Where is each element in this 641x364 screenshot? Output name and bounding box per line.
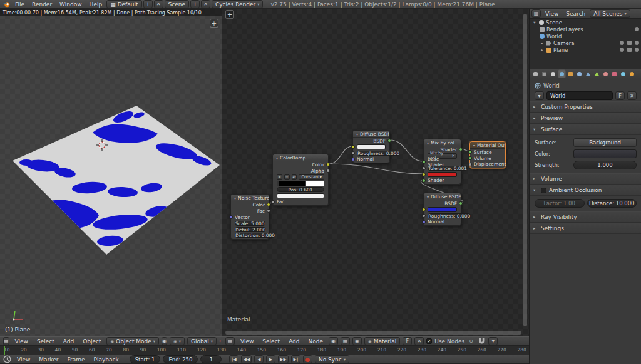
tab-particles[interactable]: [619, 69, 627, 78]
collapse-icon[interactable]: ▾: [427, 141, 429, 145]
node-header[interactable]: ▾ Diffuse BSDF: [353, 131, 389, 138]
tolerance-slider[interactable]: Tolerance: 0.001: [428, 166, 468, 171]
compositing-nodes-icon[interactable]: ▦: [341, 337, 350, 345]
node-header[interactable]: ▾ Noise Texture: [231, 195, 269, 201]
disclosure-icon[interactable]: ▸: [540, 41, 545, 46]
open-toolshelf-button[interactable]: +: [225, 10, 234, 19]
menu-file[interactable]: File: [12, 1, 28, 8]
socket-roughness-input[interactable]: [351, 151, 355, 155]
current-frame-field[interactable]: 1: [200, 355, 222, 363]
node-colorramp[interactable]: ▾ ColorRamp Color Alpha + − ⇄ Constant ▾: [272, 154, 329, 206]
world-name-field[interactable]: World: [546, 91, 613, 100]
socket-bsdf-output[interactable]: [387, 139, 391, 143]
ambient-occlusion-checkbox[interactable]: [541, 188, 546, 193]
transform-orientation-selector[interactable]: Global ▾: [187, 337, 217, 345]
menu-render[interactable]: Render: [29, 1, 55, 8]
tab-modifiers[interactable]: [584, 69, 592, 78]
material-datablock-selector[interactable]: ◉ Material: [364, 337, 400, 345]
node-material-output[interactable]: ▾ Material Output Surface Volume Displac…: [469, 141, 506, 168]
jump-to-start-button[interactable]: |◀: [229, 355, 238, 363]
visibility-eye-icon[interactable]: [620, 41, 624, 45]
unlink-world-button[interactable]: ✕: [627, 91, 637, 100]
ramp-stop[interactable]: [305, 181, 306, 186]
collapse-icon[interactable]: ▾: [234, 196, 236, 200]
ao-factor-slider[interactable]: Factor: 1.00: [535, 199, 585, 208]
unlink-datablock-button[interactable]: ✕: [414, 337, 424, 345]
end-frame-field[interactable]: End: 250: [163, 355, 198, 363]
node-menu-view[interactable]: View: [237, 338, 257, 345]
render-engine-selector[interactable]: Cycles Render ▾: [212, 0, 263, 8]
visibility-eye-icon[interactable]: [620, 48, 624, 52]
surface-shader-menu[interactable]: Background: [573, 138, 637, 147]
outliner-item-camera[interactable]: ▸ Camera: [530, 39, 641, 46]
outliner-item-plane[interactable]: ▸ Plane: [530, 46, 641, 53]
texture-nodes-icon[interactable]: ◉: [352, 337, 362, 345]
color-swatch[interactable]: [357, 144, 386, 149]
panel-surface[interactable]: ▾ Surface: [530, 124, 641, 135]
socket-color-input[interactable]: [422, 208, 426, 211]
node-editor[interactable]: ▾ Noise Texture Color Fac Vector Scale: …: [222, 9, 529, 336]
start-frame-field[interactable]: Start: 1: [130, 355, 161, 363]
node-menu-select[interactable]: Select: [259, 338, 283, 345]
outliner-item-renderlayers[interactable]: RenderLayers: [530, 26, 641, 33]
panel-ray-visibility[interactable]: ▸ Ray Visibility: [530, 211, 641, 223]
play-button[interactable]: ▶: [266, 355, 275, 363]
next-keyframe-button[interactable]: ▶▶: [278, 355, 289, 363]
add-scene-button[interactable]: +: [190, 0, 200, 8]
close-scene-button[interactable]: ✕: [201, 0, 210, 8]
node-noise-texture[interactable]: ▾ Noise Texture Color Fac Vector Scale: …: [230, 194, 269, 240]
socket-vector-input[interactable]: [229, 215, 233, 219]
selectability-icon[interactable]: [627, 41, 632, 45]
viewport-menu-add[interactable]: Add: [60, 338, 77, 345]
tab-render-layers[interactable]: [540, 69, 548, 78]
browse-world-dropdown[interactable]: ▾: [535, 91, 544, 100]
node-diffuse-bsdf-2[interactable]: ▾ Diffuse BSDF BSDF Roughness: 0.000 Nor…: [423, 193, 461, 226]
node-header[interactable]: ▾ Diffuse BSDF: [424, 193, 461, 200]
node-header[interactable]: ▾ Material Output: [470, 142, 505, 149]
close-layout-button[interactable]: ✕: [154, 0, 163, 8]
viewport-menu-select[interactable]: Select: [34, 338, 58, 345]
fake-user-button[interactable]: F: [403, 337, 412, 345]
timeline-menu-marker[interactable]: Marker: [36, 356, 61, 363]
strength-slider[interactable]: 1.000: [573, 161, 637, 169]
panel-ambient-occlusion[interactable]: ▾ Ambient Occlusion: [530, 185, 641, 196]
socket-shader-input[interactable]: [422, 179, 426, 183]
outliner-item-scene[interactable]: ▾ Scene: [530, 19, 641, 26]
render-toggle-icon[interactable]: [635, 27, 639, 31]
timeline-ruler[interactable]: 1020304050607080901001101201301401501601…: [0, 346, 529, 355]
outliner-menu-view[interactable]: View: [542, 11, 562, 17]
shader-nodes-icon[interactable]: ◉: [329, 337, 338, 345]
color-ramp-gradient[interactable]: [277, 181, 324, 186]
pivot-selector[interactable]: ◉ ▾: [170, 337, 185, 345]
mode-selector[interactable]: ◉ Object Mode ▾: [106, 337, 159, 345]
node-header[interactable]: ▾ Mix by col..: [424, 139, 461, 146]
socket-normal-input[interactable]: [351, 158, 355, 161]
node-diffuse-bsdf-1[interactable]: ▾ Diffuse BSDF BSDF Roughness: 0.000 Nor…: [352, 130, 390, 163]
timeline-menu-view[interactable]: View: [14, 356, 33, 363]
editor-type-icon[interactable]: ▦: [225, 337, 235, 345]
disclosure-icon[interactable]: ▸: [540, 48, 545, 53]
horizontal-scrollbar[interactable]: [225, 331, 521, 335]
viewport-menu-view[interactable]: View: [12, 338, 31, 345]
add-stop-button[interactable]: +: [277, 174, 282, 180]
flip-ramp-button[interactable]: ⇄: [292, 174, 297, 180]
socket-bsdf-output[interactable]: [459, 201, 463, 205]
stop-position-slider[interactable]: Pos: 0.601: [277, 187, 324, 192]
tab-world[interactable]: [558, 69, 566, 78]
timeline-menu-playback[interactable]: Playback: [91, 356, 122, 363]
tab-material[interactable]: [602, 69, 610, 78]
roughness-slider[interactable]: Roughness: 0.000: [357, 151, 400, 156]
selectability-icon[interactable]: [627, 48, 632, 52]
timeline-menu-frame[interactable]: Frame: [64, 356, 88, 363]
interpolation-selector[interactable]: Constant ▾: [299, 174, 324, 180]
ramp-stop[interactable]: [277, 181, 279, 186]
render-visibility-icon[interactable]: [635, 48, 639, 52]
socket-volume-input[interactable]: [468, 156, 472, 160]
color-swatch[interactable]: [428, 207, 457, 212]
open-properties-region-button[interactable]: +: [210, 19, 218, 28]
socket-base-shader-input[interactable]: [422, 160, 426, 164]
scene-selector[interactable]: Scene: [165, 0, 189, 8]
socket-displacement-input[interactable]: [468, 163, 472, 166]
color-select-swatch[interactable]: [428, 172, 457, 177]
collapse-icon[interactable]: ▾: [356, 132, 358, 136]
